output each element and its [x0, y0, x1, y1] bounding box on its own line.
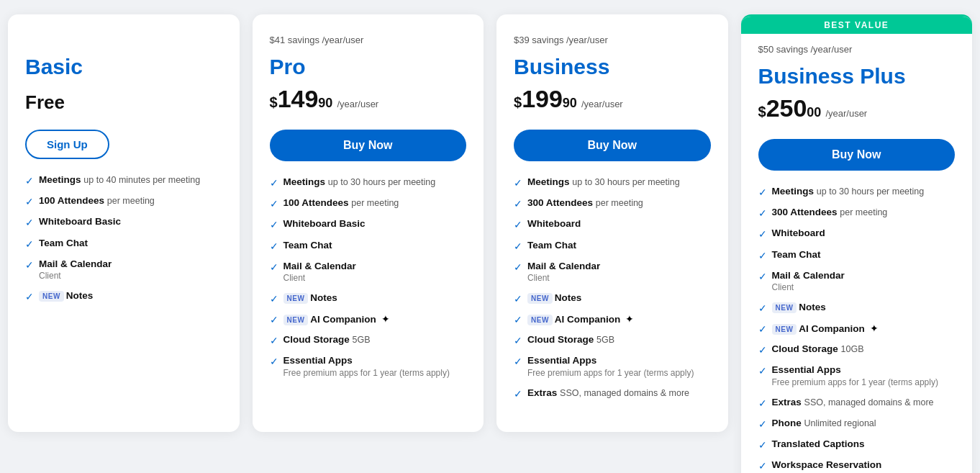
- plan-name: Pro: [270, 55, 467, 79]
- plan-price: $ 199 90 /year/user: [514, 86, 711, 118]
- feature-bold: AI Companion: [310, 314, 376, 325]
- feature-text: 300 Attendees per meeting: [772, 206, 956, 219]
- check-icon: ✓: [270, 261, 278, 274]
- feature-text: NEWNotes: [283, 292, 467, 305]
- check-icon: ✓: [514, 261, 522, 274]
- buy-button[interactable]: Buy Now: [270, 130, 467, 161]
- best-value-banner: BEST VALUE: [741, 17, 973, 34]
- feature-item: ✓ NEWAI Companion ✦: [758, 322, 956, 335]
- feature-item: ✓ Mail & CalendarClient: [270, 260, 467, 284]
- feature-list: ✓ Meetings up to 30 hours per meeting ✓ …: [270, 176, 467, 379]
- feature-bold: Workspace Reservation: [772, 459, 882, 470]
- feature-item: ✓ Essential AppsFree premium apps for 1 …: [270, 354, 467, 379]
- check-icon: ✓: [25, 216, 34, 229]
- check-icon: ✓: [758, 186, 767, 199]
- feature-bold: Essential Apps: [283, 355, 353, 366]
- price-decimal: 90: [318, 96, 332, 109]
- check-icon: ✓: [758, 249, 767, 262]
- feature-text: NEWAI Companion ✦: [283, 312, 467, 326]
- check-icon: ✓: [514, 387, 522, 400]
- feature-text: 300 Attendees per meeting: [527, 197, 711, 210]
- feature-text: Mail & CalendarClient: [527, 260, 711, 284]
- feature-text: Team Chat: [772, 248, 956, 261]
- check-icon: ✓: [514, 334, 522, 347]
- plan-name: Basic: [25, 55, 222, 79]
- feature-item: ✓ Team Chat: [514, 239, 711, 253]
- check-icon: ✓: [270, 355, 278, 368]
- feature-bold: Team Chat: [527, 240, 576, 251]
- check-icon: ✓: [758, 438, 767, 451]
- feature-item: ✓ Extras SSO, managed domains & more: [514, 387, 711, 400]
- check-icon: ✓: [514, 218, 522, 231]
- feature-bold: 300 Attendees: [772, 207, 838, 217]
- plan-name: Business: [514, 55, 711, 79]
- feature-bold: Mail & Calendar: [772, 270, 845, 281]
- feature-bold: Cloud Storage: [283, 334, 350, 345]
- feature-item: ✓ Whiteboard Basic: [25, 215, 222, 229]
- ai-icon: ✦: [625, 313, 634, 325]
- feature-text: Mail & CalendarClient: [39, 258, 222, 282]
- check-icon: ✓: [270, 176, 278, 189]
- feature-list: ✓ Meetings up to 40 minutes per meeting …: [25, 174, 222, 303]
- feature-item: ✓ Essential AppsFree premium apps for 1 …: [758, 364, 956, 388]
- feature-item: ✓ Team Chat: [25, 237, 222, 251]
- feature-bold: Translated Captions: [772, 438, 865, 449]
- feature-text: NEWAI Companion ✦: [527, 312, 711, 326]
- new-badge: NEW: [39, 291, 64, 302]
- feature-bold: 100 Attendees: [283, 197, 349, 208]
- feature-bold: Mail & Calendar: [39, 258, 112, 269]
- check-icon: ✓: [25, 258, 34, 271]
- check-icon: ✓: [758, 228, 767, 240]
- check-icon: ✓: [758, 364, 767, 377]
- feature-text: NEWNotes: [39, 289, 222, 302]
- check-icon: ✓: [758, 302, 767, 315]
- feature-text: Essential AppsFree premium apps for 1 ye…: [283, 354, 467, 379]
- feature-item: ✓ Meetings up to 30 hours per meeting: [270, 176, 467, 189]
- feature-sub: Free premium apps for 1 year (terms appl…: [527, 368, 711, 379]
- new-badge: NEW: [772, 302, 797, 313]
- new-badge: NEW: [772, 324, 797, 335]
- plan-price: $ 149 90 /year/user: [270, 86, 467, 118]
- price-decimal: 90: [563, 96, 577, 109]
- check-icon: ✓: [514, 240, 522, 253]
- check-icon: ✓: [270, 334, 278, 347]
- feature-item: ✓ Meetings up to 40 minutes per meeting: [25, 174, 222, 187]
- new-badge: NEW: [283, 293, 309, 304]
- plan-card-basic: BasicFreeSign Up ✓ Meetings up to 40 min…: [8, 14, 240, 432]
- check-icon: ✓: [758, 459, 767, 472]
- feature-light: 5GB: [353, 335, 371, 345]
- feature-bold: 300 Attendees: [527, 197, 593, 208]
- check-icon: ✓: [758, 343, 767, 356]
- feature-sub: Client: [283, 273, 467, 284]
- signup-button[interactable]: Sign Up: [25, 130, 109, 159]
- feature-light: Unlimited regional: [804, 418, 876, 428]
- check-icon: ✓: [758, 397, 767, 410]
- feature-item: ✓ 300 Attendees per meeting: [514, 197, 711, 210]
- feature-item: ✓ Cloud Storage 10GB: [758, 343, 956, 356]
- buy-button[interactable]: Buy Now: [514, 130, 711, 161]
- feature-bold: Team Chat: [283, 240, 332, 251]
- price-dollar: $: [758, 104, 766, 119]
- feature-light: up to 30 hours per meeting: [817, 186, 924, 197]
- feature-sub: Free premium apps for 1 year (terms appl…: [772, 377, 956, 389]
- feature-bold: Whiteboard: [772, 228, 825, 238]
- feature-sub: Client: [39, 271, 222, 282]
- ai-icon: ✦: [381, 313, 390, 325]
- feature-bold: Meetings: [283, 176, 326, 187]
- feature-text: NEWAI Companion ✦: [772, 322, 956, 335]
- feature-text: NEWNotes: [772, 301, 956, 314]
- feature-text: Extras SSO, managed domains & more: [772, 396, 956, 409]
- price-dollar: $: [270, 95, 278, 109]
- check-icon: ✓: [270, 197, 278, 210]
- feature-bold: Extras: [527, 387, 557, 398]
- feature-item: ✓ NEWAI Companion ✦: [514, 312, 711, 326]
- feature-light: up to 30 hours per meeting: [572, 177, 679, 187]
- feature-item: ✓ Team Chat: [758, 248, 956, 262]
- feature-list: ✓ Meetings up to 30 hours per meeting ✓ …: [514, 176, 711, 400]
- check-icon: ✓: [25, 174, 34, 187]
- feature-light: SSO, managed domains & more: [804, 397, 934, 407]
- buy-button[interactable]: Buy Now: [758, 139, 956, 171]
- feature-text: Team Chat: [283, 239, 467, 252]
- ai-icon: ✦: [870, 323, 879, 334]
- feature-light: up to 30 hours per meeting: [328, 177, 435, 187]
